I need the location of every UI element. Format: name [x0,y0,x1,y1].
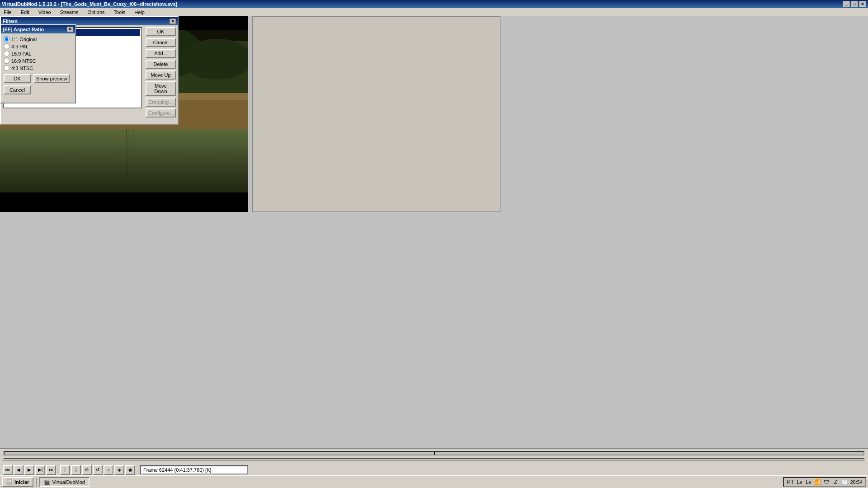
move-up-button[interactable]: Move Up [146,70,176,80]
menu-edit[interactable]: Edit [19,9,31,15]
start-button[interactable]: 🪟 Iniciar [2,477,33,487]
mark-out-button[interactable]: ] [71,465,81,475]
radio-16-9-ntsc[interactable] [4,58,9,64]
filters-buttons: OK Cancel Add... Delete Move Up Move Dow… [144,25,178,124]
radio-label-4-3-pal: 4:3 PAL [11,44,28,49]
timeline-bar[interactable] [4,451,864,455]
aspect-buttons: OK Show preview [4,74,72,83]
frame-info: Frame 62444 (0:41:37.760) [K] [140,465,248,474]
win-taskbar: 🪟 Iniciar 🎬 VirtualDubMod PT Lv Lv 📶 🛡 Z… [0,475,868,488]
play-button[interactable]: ▶ [24,465,34,475]
show-preview-button[interactable]: Show preview [33,74,70,83]
virtualdub-taskbar-icon: 🎬 [44,479,50,485]
configure-button[interactable]: Configure... [146,108,176,117]
radio-row-4: 16:9 NTSC [4,58,72,64]
radio-4-3-pal[interactable] [4,43,9,49]
video-water [0,129,248,192]
aspect-cancel-button[interactable]: Cancel [4,85,31,94]
radio-label-16-9-ntsc: 16:9 NTSC [11,58,36,64]
close-button[interactable]: ✕ [859,1,866,7]
go-end-button[interactable]: ⏭ [46,465,56,475]
video-water-svg [0,129,248,192]
radio-row-3: 16:9 PAL [4,51,72,56]
menu-options[interactable]: Options [86,9,107,15]
radio-row-2: 4:3 PAL [4,43,72,49]
taskbar-right: PT Lv Lv 📶 🛡 Z 🕐 20:54 [783,477,866,487]
maximize-button[interactable]: □ [851,1,858,7]
clock-icon: 🕐 [841,479,848,486]
timeline-secondary-bar[interactable] [4,458,864,461]
delete-button[interactable]: Delete [146,60,176,69]
timeline-cursor [434,452,435,455]
audio-button[interactable]: ♪ [104,465,113,475]
taskbar-sep [36,478,37,487]
video-bottom-black [0,192,248,212]
menu-bar: File Edit Video Streams Options Tools He… [0,8,868,16]
aspect-cancel-row: Cancel [4,85,72,94]
ok-button[interactable]: OK [146,27,176,36]
taskbar-item-label: VirtualDubMod [52,479,85,485]
menu-tools[interactable]: Tools [112,9,127,15]
filters-title: Filters [3,19,18,24]
taskbar-item-virtualdub[interactable]: 🎬 VirtualDubMod [39,477,90,487]
radio-label-4-3-ntsc: 4:3 NTSC [11,66,33,71]
cropping-button[interactable]: Cropping... [146,98,176,107]
network-icon: 📶 [814,479,821,486]
extra-btn-1[interactable]: ◈ [114,465,124,475]
aspect-ratio-dialog: [EF] Aspect Ratio ✕ 1:1 Original 4:3 PAL… [0,24,76,103]
clock-time: 20:54 [850,479,863,485]
radio-4-3-ntsc[interactable] [4,65,9,71]
radio-row-5: 4:3 NTSC [4,65,72,71]
title-bar: VirtualDubMod 1.5.10.2 - [The_Gods_Must_… [0,0,868,8]
extra-btn-2[interactable]: ◉ [125,465,135,475]
extra-icon-1: Z [832,479,839,486]
radio-16-9-pal[interactable] [4,51,9,56]
menu-help[interactable]: Help [132,9,146,15]
cancel-button[interactable]: Cancel [146,38,176,47]
radio-label-16-9-pal: 16:9 PAL [11,51,31,56]
separator-1 [58,465,58,474]
mark-in-button[interactable]: [ [60,465,70,475]
filters-dialog-controls: ✕ [170,19,176,24]
step-forward-button[interactable]: ▶| [35,465,45,475]
menu-streams[interactable]: Streams [58,9,80,15]
aspect-title: [EF] Aspect Ratio [3,27,44,32]
timeline-secondary [0,458,868,462]
main-area: Filters ✕ ... (Apply) ORIGINAL 1:1 OK Ca… [0,16,868,461]
minimize-button[interactable]: _ [843,1,850,7]
audio-level-icon-1: Lv [796,479,803,486]
language-icon: PT [787,479,794,486]
radio-1-1-original[interactable] [4,36,9,42]
timeline-container [0,449,868,458]
step-back-button[interactable]: ◀ [14,465,24,475]
menu-video[interactable]: Video [37,9,53,15]
aspect-title-bar: [EF] Aspect Ratio ✕ [1,25,75,33]
loop-button[interactable]: ↺ [93,465,103,475]
video-panel-right [252,16,500,212]
radio-row-1: 1:1 Original [4,36,72,42]
bottom-toolbar: ⏮ ◀ ▶ ▶| ⏭ [ ] ⊕ ↺ ♪ ◈ ◉ Frame 62444 (0:… [0,448,868,475]
audio-level-icon-2: Lv [805,479,812,486]
title-bar-controls: _ □ ✕ [843,1,866,7]
aspect-body: 1:1 Original 4:3 PAL 16:9 PAL 16:9 NTSC … [1,33,75,97]
zoom-button[interactable]: ⊕ [82,465,92,475]
windows-logo-icon: 🪟 [6,479,13,485]
aspect-ok-button[interactable]: OK [4,74,31,83]
move-down-button[interactable]: Move Down [146,81,176,96]
antivirus-icon: 🛡 [823,479,830,486]
menu-file[interactable]: File [2,9,14,15]
go-start-button[interactable]: ⏮ [3,465,13,475]
filters-close-button[interactable]: ✕ [170,19,176,24]
window-title: VirtualDubMod 1.5.10.2 - [The_Gods_Must_… [2,1,177,7]
radio-label-1-1: 1:1 Original [11,37,37,42]
start-label: Iniciar [14,479,29,485]
add-button[interactable]: Add... [146,49,176,58]
aspect-close-button[interactable]: ✕ [67,27,73,32]
